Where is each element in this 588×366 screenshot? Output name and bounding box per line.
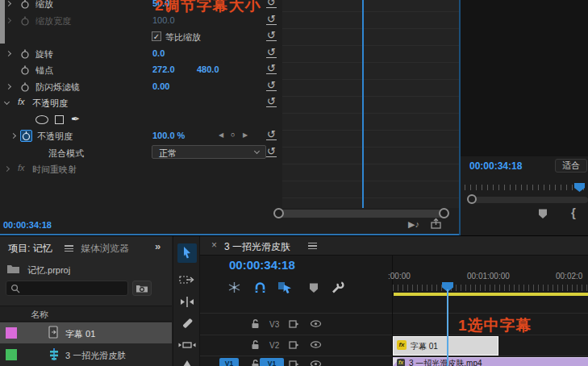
track-lock-icon[interactable] xyxy=(250,339,261,350)
ec-playhead-line[interactable] xyxy=(362,0,364,208)
fit-dropdown[interactable]: 适合 xyxy=(555,159,587,173)
selection-tool[interactable] xyxy=(177,243,197,263)
linked-selection-icon[interactable] xyxy=(277,281,293,294)
reset-icon[interactable]: ↺ xyxy=(266,15,277,25)
expand-chevron-icon[interactable] xyxy=(10,133,16,139)
timeline-settings-wrench-icon[interactable] xyxy=(331,281,345,294)
ec-zoom-scrollbar[interactable] xyxy=(277,210,446,218)
collapse-chevron-icon[interactable] xyxy=(4,99,10,105)
rotation-value[interactable]: 0.0 xyxy=(152,48,165,58)
reset-icon[interactable]: ↺ xyxy=(266,98,277,107)
blend-mode-label: 混合模式 xyxy=(48,148,84,160)
track-output-eye-icon[interactable] xyxy=(310,318,322,329)
program-timecode[interactable]: 00:00:34:18 xyxy=(469,160,522,172)
reset-icon[interactable]: ↺ xyxy=(266,148,277,157)
reset-icon[interactable]: ↺ xyxy=(266,0,277,8)
name-column-header[interactable]: 名称 xyxy=(31,309,48,321)
project-panel: 项目: 记忆 媒体浏览器 » 记忆.prproj 名称 字幕 01 xyxy=(0,236,172,366)
close-tab-icon[interactable]: × xyxy=(211,239,217,251)
slip-tool[interactable] xyxy=(178,339,196,351)
reset-icon[interactable]: ↺ xyxy=(266,64,277,74)
reset-icon[interactable]: ↺ xyxy=(266,81,277,91)
rect-mask-icon[interactable] xyxy=(55,115,64,124)
blend-mode-select[interactable]: 正常 xyxy=(152,145,266,159)
anchor-x-value[interactable]: 272.0 xyxy=(152,64,175,74)
search-in-bin-button[interactable] xyxy=(132,281,152,296)
track-target-v1[interactable]: V1 xyxy=(260,358,284,366)
antiflicker-value[interactable]: 0.00 xyxy=(152,81,169,91)
play-audio-icon[interactable]: ▶♪ xyxy=(408,219,419,230)
stopwatch-icon[interactable] xyxy=(20,82,30,92)
timeline-playhead-line[interactable] xyxy=(447,289,448,366)
program-time-ruler[interactable] xyxy=(465,185,588,190)
tab-media-browser[interactable]: 媒体浏览器 xyxy=(81,242,129,256)
project-file-name[interactable]: 记忆.prproj xyxy=(27,264,70,277)
sync-lock-icon[interactable] xyxy=(289,340,300,350)
work-area-bar[interactable] xyxy=(394,293,588,296)
track-label[interactable]: V2 xyxy=(269,341,279,350)
pen-tool[interactable] xyxy=(182,360,192,366)
pen-mask-icon[interactable]: ✒ xyxy=(71,113,80,125)
add-marker-icon[interactable] xyxy=(537,208,548,219)
expand-chevron-icon[interactable] xyxy=(6,18,11,23)
track-select-forward-tool[interactable] xyxy=(179,273,195,286)
expand-chevron-icon[interactable] xyxy=(6,84,11,89)
expand-chevron-icon[interactable] xyxy=(6,51,11,56)
label-color-swatch[interactable] xyxy=(6,327,17,339)
ripple-edit-tool[interactable] xyxy=(179,296,195,308)
ec-timecode[interactable]: 00:00:34:18 xyxy=(3,220,52,230)
clip-video[interactable]: fx 3 一招光滑皮肤.mp4 xyxy=(393,357,588,366)
program-playhead-marker[interactable] xyxy=(574,183,585,192)
clip-subtitle[interactable]: fx 字幕 01 xyxy=(393,336,498,356)
property-label: 锚点 xyxy=(35,64,53,77)
tab-overflow-icon[interactable]: » xyxy=(155,240,161,252)
track-output-eye-icon[interactable] xyxy=(310,339,322,350)
item-name[interactable]: 字幕 01 xyxy=(65,328,95,340)
snap-magnet-icon[interactable] xyxy=(253,281,267,294)
track-lock-icon[interactable] xyxy=(250,318,261,329)
uniform-scale-checkbox[interactable]: ✓ xyxy=(152,31,161,41)
timeline-tab-label[interactable]: 3 一招光滑皮肤 xyxy=(224,240,290,254)
track-label[interactable]: V3 xyxy=(269,320,279,329)
export-frame-icon[interactable] xyxy=(430,218,442,230)
source-patch-v1[interactable]: V1 xyxy=(219,358,239,366)
list-header[interactable]: 名称 xyxy=(0,306,172,322)
reset-icon[interactable]: ↺ xyxy=(266,131,277,140)
list-item-sequence[interactable]: 3 一招光滑皮肤 xyxy=(0,344,172,365)
tab-project[interactable]: 项目: 记忆 xyxy=(8,242,52,256)
search-input[interactable] xyxy=(23,282,124,294)
search-field[interactable] xyxy=(6,281,128,296)
track-output-eye-icon[interactable] xyxy=(310,359,322,366)
label-color-swatch[interactable] xyxy=(6,349,17,360)
ec-zoom-handle-left[interactable] xyxy=(273,208,284,218)
stopwatch-toggled-icon[interactable] xyxy=(20,130,32,142)
sync-lock-icon[interactable] xyxy=(289,319,300,329)
add-keyframe-icon[interactable]: ○ xyxy=(231,131,235,139)
stopwatch-icon[interactable] xyxy=(20,0,30,9)
reset-icon[interactable]: ↺ xyxy=(266,48,277,58)
stopwatch-icon[interactable] xyxy=(20,65,30,75)
panel-menu-icon[interactable] xyxy=(308,243,317,250)
panel-menu-icon[interactable] xyxy=(65,245,73,252)
expand-chevron-icon[interactable] xyxy=(6,1,11,6)
list-item-subtitle[interactable]: 字幕 01 xyxy=(0,322,172,343)
item-name[interactable]: 3 一招光滑皮肤 xyxy=(65,350,126,362)
timeline-timecode[interactable]: 00:00:34:18 xyxy=(229,258,295,272)
expand-chevron-icon[interactable] xyxy=(4,166,10,172)
mark-in-icon[interactable]: { xyxy=(571,206,576,219)
reset-icon[interactable]: ↺ xyxy=(266,31,277,41)
sync-lock-icon[interactable] xyxy=(289,360,300,366)
program-scroll-handle[interactable] xyxy=(467,194,477,204)
timeline-marker-icon[interactable] xyxy=(308,282,319,293)
next-keyframe-icon[interactable]: ▶ xyxy=(243,131,248,139)
stopwatch-icon[interactable] xyxy=(20,49,30,59)
timeline-ruler-ticks[interactable] xyxy=(393,285,588,291)
anchor-y-value[interactable]: 480.0 xyxy=(197,64,219,74)
prev-keyframe-icon[interactable]: ◀ xyxy=(219,131,223,139)
program-video-area[interactable] xyxy=(461,0,588,156)
nest-sequence-icon[interactable] xyxy=(227,281,241,294)
razor-tool[interactable] xyxy=(181,317,194,330)
opacity-value[interactable]: 100.0 % xyxy=(152,131,185,140)
program-scrollbar[interactable] xyxy=(473,197,588,203)
ellipse-mask-icon[interactable] xyxy=(35,115,48,124)
